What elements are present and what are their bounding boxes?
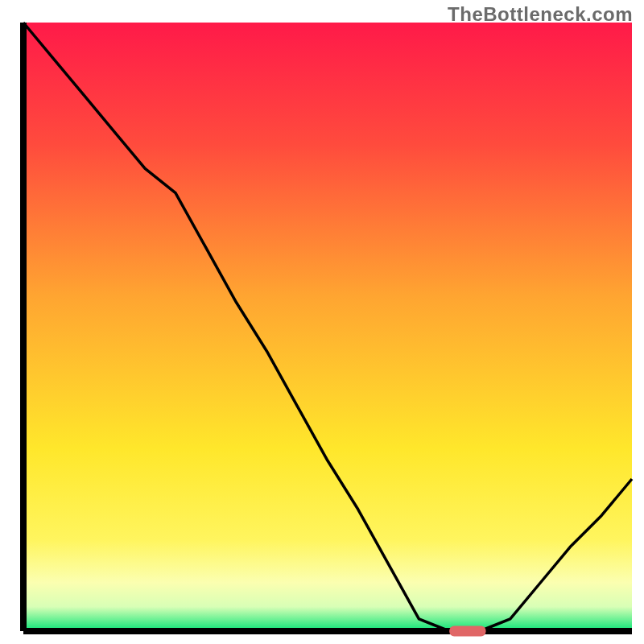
optimal-marker bbox=[449, 626, 485, 637]
chart-container: { "watermark": "TheBottleneck.com", "cha… bbox=[0, 0, 644, 644]
plot-background bbox=[23, 23, 632, 631]
watermark-text: TheBottleneck.com bbox=[448, 3, 633, 26]
bottleneck-chart bbox=[0, 0, 644, 644]
